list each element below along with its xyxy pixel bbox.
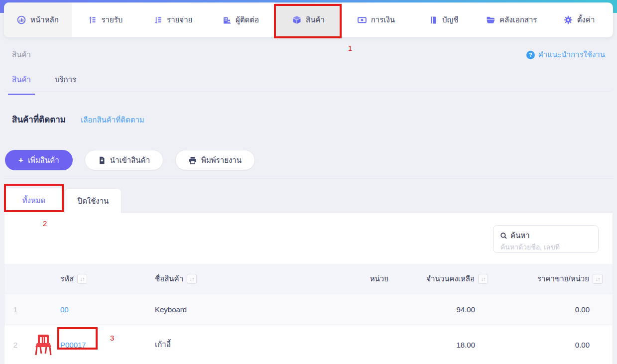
nav-label: รายจ่าย: [167, 14, 192, 26]
row-number: 2: [4, 341, 26, 349]
expense-icon: [154, 16, 162, 24]
products-table: รหัส ↓↑ ชื่อสินค้า ↓↑ หน่วย จำนวนคงเหลือ…: [4, 264, 613, 364]
nav-item-documents[interactable]: คลังเอกสาร: [478, 2, 545, 37]
red-chair-thumbnail: [35, 334, 52, 356]
product-qty: 18.00: [388, 341, 488, 349]
filter-tab-disabled[interactable]: ปิดใช้งาน: [65, 188, 122, 213]
nav-label: สินค้า: [306, 14, 325, 26]
accounting-icon: [429, 16, 438, 24]
settings-icon: [564, 15, 573, 24]
nav-item-contacts[interactable]: ผู้ติดต่อ: [207, 2, 275, 37]
product-qty: 94.00: [388, 305, 488, 314]
main-navbar: หน้าหลัก รายรับ รายจ่าย ผู้ติดต่อ สินค้า…: [4, 2, 613, 37]
plus-icon: +: [18, 155, 23, 165]
sort-code-button[interactable]: ↓↑: [77, 274, 87, 284]
nav-item-home[interactable]: หน้าหลัก: [4, 2, 72, 37]
col-code-label: รหัส: [60, 273, 74, 285]
dashboard-icon: [17, 15, 26, 24]
print-report-button[interactable]: พิมพ์รายงาน: [175, 150, 255, 170]
page-tabs: สินค้า บริการ: [12, 74, 76, 95]
col-qty-label: จำนวนคงเหลือ: [426, 273, 475, 285]
tab-services[interactable]: บริการ: [55, 74, 76, 95]
section-divider: [4, 178, 613, 179]
question-mark-icon: ?: [526, 51, 535, 59]
nav-label: การเงิน: [371, 14, 395, 26]
nav-label: บัญชี: [442, 14, 458, 26]
col-code: รหัส ↓↑: [60, 273, 155, 285]
col-unit: หน่วย: [294, 273, 388, 285]
tab-products[interactable]: สินค้า: [8, 74, 35, 95]
nav-item-accounting[interactable]: บัญชี: [410, 2, 478, 37]
product-code-link[interactable]: 00: [60, 305, 69, 314]
file-import-icon: [98, 156, 106, 164]
row-number: 1: [4, 305, 26, 314]
table-row[interactable]: 1 00 Keyboard 94.00 0.00: [4, 294, 613, 325]
breadcrumb-row: สินค้า ? คำแนะนำการใช้งาน: [12, 49, 605, 61]
col-unit-label: หน่วย: [370, 273, 388, 285]
nav-item-expense[interactable]: รายจ่าย: [139, 2, 207, 37]
breadcrumb: สินค้า: [12, 49, 31, 61]
product-price: 0.00: [488, 305, 603, 314]
product-name: Keyboard: [155, 305, 294, 314]
table-header-row: รหัส ↓↑ ชื่อสินค้า ↓↑ หน่วย จำนวนคงเหลือ…: [4, 264, 613, 294]
add-product-label: เพิ่มสินค้า: [28, 154, 59, 166]
print-report-label: พิมพ์รายงาน: [201, 154, 242, 166]
nav-item-income[interactable]: รายรับ: [72, 2, 139, 37]
nav-label: ผู้ติดต่อ: [236, 14, 259, 26]
income-icon: [88, 16, 97, 24]
nav-item-finance[interactable]: การเงิน: [342, 2, 410, 37]
import-products-button[interactable]: นำเข้าสินค้า: [85, 150, 163, 170]
product-toolbar: + เพิ่มสินค้า นำเข้าสินค้า พิมพ์รายงาน: [5, 150, 255, 170]
printer-icon: [189, 156, 197, 164]
contacts-icon: [223, 16, 231, 24]
select-tracked-products-link[interactable]: เลือกสินค้าที่ติดตาม: [81, 114, 144, 126]
usage-guide-label: คำแนะนำการใช้งาน: [538, 49, 605, 61]
sort-price-button[interactable]: ↓↑: [593, 274, 603, 284]
tracked-products-section: สินค้าที่ติดตาม เลือกสินค้าที่ติดตาม: [12, 113, 144, 126]
nav-label: ตั้งค่า: [577, 14, 595, 26]
nav-item-products[interactable]: สินค้า: [275, 2, 343, 37]
search-input[interactable]: [500, 243, 591, 251]
product-image-cell: [26, 334, 60, 356]
col-name: ชื่อสินค้า ↓↑: [155, 273, 294, 285]
search-icon: [500, 233, 507, 239]
nav-label: คลังเอกสาร: [499, 14, 537, 26]
product-name: เก้าอี้: [155, 339, 294, 351]
import-products-label: นำเข้าสินค้า: [110, 154, 150, 166]
add-product-button[interactable]: + เพิ่มสินค้า: [5, 150, 73, 170]
product-code-link[interactable]: P00017: [60, 341, 86, 349]
usage-guide-link[interactable]: ? คำแนะนำการใช้งาน: [526, 49, 605, 61]
products-panel: ค้นหา รหัส ↓↑ ชื่อสินค้า ↓↑ หน่วย จำนวนค…: [4, 213, 613, 364]
sort-qty-button[interactable]: ↓↑: [478, 274, 488, 284]
search-box[interactable]: ค้นหา: [493, 225, 599, 253]
col-price: ราคาขาย/หน่วย ↓↑: [488, 273, 603, 285]
search-label: ค้นหา: [510, 230, 530, 242]
col-name-label: ชื่อสินค้า: [155, 273, 183, 285]
table-row[interactable]: 2 P00017 เก้าอี้: [4, 325, 613, 364]
products-icon: [292, 15, 301, 24]
finance-icon: [358, 15, 367, 24]
product-price: 0.00: [488, 341, 603, 349]
filter-tab-all[interactable]: ทั้งหมด: [4, 188, 64, 213]
search-label-row: ค้นหา: [500, 230, 591, 242]
col-qty: จำนวนคงเหลือ ↓↑: [388, 273, 488, 285]
col-price-label: ราคาขาย/หน่วย: [537, 273, 589, 285]
sort-name-button[interactable]: ↓↑: [187, 274, 197, 284]
nav-item-settings[interactable]: ตั้งค่า: [545, 2, 613, 37]
tabs-divider: [5, 91, 611, 92]
tracked-products-title: สินค้าที่ติดตาม: [12, 113, 66, 126]
nav-label: รายรับ: [101, 14, 123, 26]
nav-label: หน้าหลัก: [30, 14, 59, 26]
documents-icon: [486, 15, 495, 24]
